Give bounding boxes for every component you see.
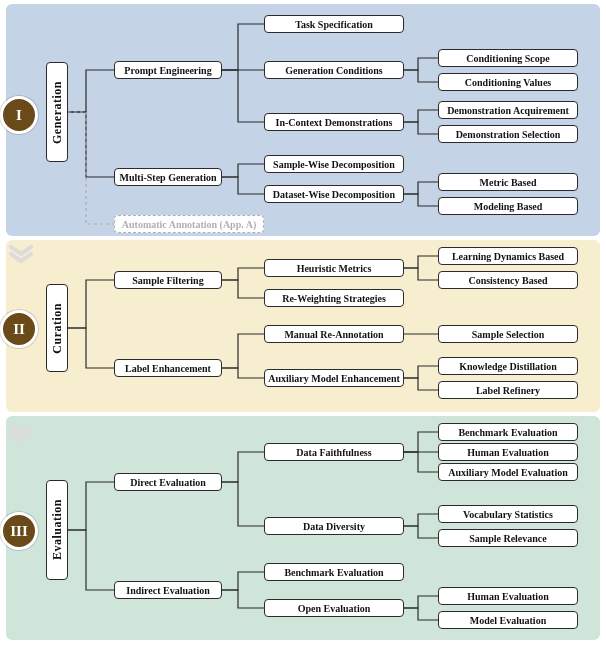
node-vocabulary-statistics: Vocabulary Statistics [438, 505, 578, 523]
node-benchmark-evaluation-2: Benchmark Evaluation [264, 563, 404, 581]
section-title-curation: Curation [46, 284, 68, 372]
badge-roman-3: III [0, 512, 38, 550]
node-re-weighting-strategies: Re-Weighting Strategies [264, 289, 404, 307]
node-label-refinery: Label Refinery [438, 381, 578, 399]
node-sample-relevance: Sample Relevance [438, 529, 578, 547]
node-auxiliary-model-enhancement: Auxiliary Model Enhancement [264, 369, 404, 387]
node-task-specification: Task Specification [264, 15, 404, 33]
chevron-down-icon [8, 244, 34, 266]
node-modeling-based: Modeling Based [438, 197, 578, 215]
node-model-evaluation: Model Evaluation [438, 611, 578, 629]
section-title-generation: Generation [46, 62, 68, 162]
panel-curation: II Curation Sample Filtering Label Enhan… [6, 240, 600, 412]
node-prompt-engineering: Prompt Engineering [114, 61, 222, 79]
node-conditioning-scope: Conditioning Scope [438, 49, 578, 67]
node-human-evaluation-2: Human Evaluation [438, 587, 578, 605]
node-multi-step-generation: Multi-Step Generation [114, 168, 222, 186]
node-dataset-wise-decomposition: Dataset-Wise Decomposition [264, 185, 404, 203]
node-demonstration-acquirement: Demonstration Acquirement [438, 101, 578, 119]
node-human-evaluation: Human Evaluation [438, 443, 578, 461]
node-learning-dynamics-based: Learning Dynamics Based [438, 247, 578, 265]
panel-generation: I Generation Prompt Engineering Multi-St… [6, 4, 600, 236]
node-data-diversity: Data Diversity [264, 517, 404, 535]
node-sample-wise-decomposition: Sample-Wise Decomposition [264, 155, 404, 173]
chevron-down-icon [8, 424, 34, 446]
section-title-label: Evaluation [50, 499, 65, 560]
section-title-label: Curation [50, 303, 65, 354]
node-conditioning-values: Conditioning Values [438, 73, 578, 91]
diagram-root: { "chart_data": { "type": "diagram", "se… [0, 4, 606, 640]
node-data-faithfulness: Data Faithfulness [264, 443, 404, 461]
section-title-evaluation: Evaluation [46, 480, 68, 580]
node-auxiliary-model-evaluation: Auxiliary Model Evaluation [438, 463, 578, 481]
node-indirect-evaluation: Indirect Evaluation [114, 581, 222, 599]
node-metric-based: Metric Based [438, 173, 578, 191]
panel-evaluation: III Evaluation Direct Evaluation Indirec… [6, 416, 600, 640]
node-sample-selection: Sample Selection [438, 325, 578, 343]
node-direct-evaluation: Direct Evaluation [114, 473, 222, 491]
node-manual-re-annotation: Manual Re-Annotation [264, 325, 404, 343]
node-label-enhancement: Label Enhancement [114, 359, 222, 377]
node-demonstration-selection: Demonstration Selection [438, 125, 578, 143]
badge-roman-1: I [0, 96, 38, 134]
node-consistency-based: Consistency Based [438, 271, 578, 289]
node-open-evaluation: Open Evaluation [264, 599, 404, 617]
node-benchmark-evaluation: Benchmark Evaluation [438, 423, 578, 441]
node-knowledge-distillation: Knowledge Distillation [438, 357, 578, 375]
node-automatic-annotation: Automatic Annotation (App. A) [114, 215, 264, 233]
section-title-label: Generation [50, 81, 65, 144]
node-sample-filtering: Sample Filtering [114, 271, 222, 289]
badge-roman-2: II [0, 310, 38, 348]
node-generation-conditions: Generation Conditions [264, 61, 404, 79]
node-in-context-demonstrations: In-Context Demonstrations [264, 113, 404, 131]
node-heuristic-metrics: Heuristic Metrics [264, 259, 404, 277]
